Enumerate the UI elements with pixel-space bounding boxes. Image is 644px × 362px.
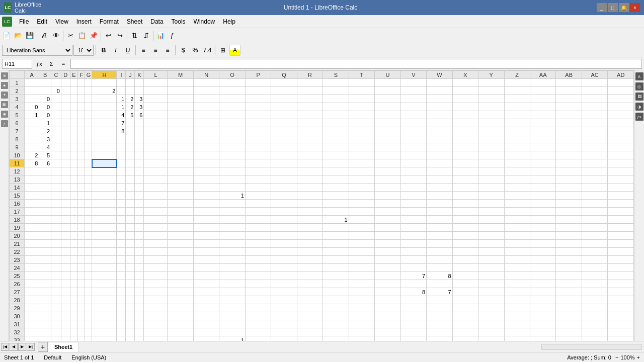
cell-AD22[interactable] xyxy=(608,248,634,256)
font-name-selector[interactable]: Liberation Sans xyxy=(2,45,72,56)
cell-I27[interactable] xyxy=(117,288,126,296)
cell-T17[interactable] xyxy=(349,208,374,216)
cell-O3[interactable] xyxy=(219,95,245,103)
cell-L11[interactable] xyxy=(144,159,168,167)
cell-R24[interactable] xyxy=(297,264,323,272)
cell-AD1[interactable] xyxy=(608,79,634,87)
row-header-31[interactable]: 31 xyxy=(10,320,25,328)
cell-M25[interactable] xyxy=(168,272,193,280)
cell-G2[interactable] xyxy=(85,87,92,95)
cell-I18[interactable] xyxy=(117,216,126,224)
cell-O6[interactable] xyxy=(219,119,245,127)
cell-E33[interactable] xyxy=(70,336,78,341)
cell-Q11[interactable] xyxy=(271,159,297,167)
cell-V33[interactable] xyxy=(400,336,426,341)
cell-Y28[interactable] xyxy=(478,296,504,304)
cell-A16[interactable] xyxy=(25,200,39,208)
cell-W17[interactable] xyxy=(427,208,452,216)
cell-O25[interactable] xyxy=(219,272,245,280)
cell-Q2[interactable] xyxy=(271,87,297,95)
cell-N29[interactable] xyxy=(193,304,219,312)
cell-V5[interactable] xyxy=(400,111,426,119)
tab-next-button[interactable]: ▶ xyxy=(18,343,26,351)
row-header-33[interactable]: 33 xyxy=(10,336,25,341)
cell-W1[interactable] xyxy=(427,79,452,87)
cell-D20[interactable] xyxy=(61,232,70,240)
cell-S16[interactable] xyxy=(323,200,349,208)
cell-AB9[interactable] xyxy=(556,143,582,151)
cell-C27[interactable] xyxy=(51,288,61,296)
cell-AD18[interactable] xyxy=(608,216,634,224)
cell-Y9[interactable] xyxy=(478,143,504,151)
cell-I22[interactable] xyxy=(117,248,126,256)
cell-Q7[interactable] xyxy=(271,127,297,135)
cell-P23[interactable] xyxy=(245,256,271,264)
cell-O22[interactable] xyxy=(219,248,245,256)
cell-N21[interactable] xyxy=(193,240,219,248)
cell-M9[interactable] xyxy=(168,143,193,151)
menu-insert[interactable]: Insert xyxy=(72,17,96,27)
cell-V28[interactable] xyxy=(400,296,426,304)
cell-M12[interactable] xyxy=(168,167,193,175)
cell-AD27[interactable] xyxy=(608,288,634,296)
cell-F29[interactable] xyxy=(78,304,85,312)
cell-M6[interactable] xyxy=(168,119,193,127)
cell-N3[interactable] xyxy=(193,95,219,103)
row-header-22[interactable]: 22 xyxy=(10,248,25,256)
cell-AD23[interactable] xyxy=(608,256,634,264)
cell-AB16[interactable] xyxy=(556,200,582,208)
cell-AA15[interactable] xyxy=(530,192,555,200)
cell-Y11[interactable] xyxy=(478,159,504,167)
menu-window[interactable]: Window xyxy=(190,17,219,27)
cell-Z30[interactable] xyxy=(504,312,530,320)
cell-X33[interactable] xyxy=(452,336,478,341)
cell-S10[interactable] xyxy=(323,151,349,159)
cell-Z14[interactable] xyxy=(504,184,530,192)
cell-A9[interactable] xyxy=(25,143,39,151)
cell-F1[interactable] xyxy=(78,79,85,87)
cell-AB19[interactable] xyxy=(556,224,582,232)
cell-H22[interactable] xyxy=(92,248,117,256)
cell-AD5[interactable] xyxy=(608,111,634,119)
row-header-19[interactable]: 19 xyxy=(10,224,25,232)
cell-AC33[interactable] xyxy=(582,336,607,341)
cell-W31[interactable] xyxy=(427,320,452,328)
cell-Z7[interactable] xyxy=(504,127,530,135)
cell-AC11[interactable] xyxy=(582,159,607,167)
cell-D22[interactable] xyxy=(61,248,70,256)
cell-X1[interactable] xyxy=(452,79,478,87)
font-size-selector[interactable]: 10 pt xyxy=(73,45,94,56)
cell-I1[interactable] xyxy=(117,79,126,87)
cell-P6[interactable] xyxy=(245,119,271,127)
cell-I17[interactable] xyxy=(117,208,126,216)
cell-U17[interactable] xyxy=(375,208,400,216)
cell-AB13[interactable] xyxy=(556,175,582,184)
cell-T32[interactable] xyxy=(349,328,374,336)
cell-AA31[interactable] xyxy=(530,320,555,328)
cell-Q31[interactable] xyxy=(271,320,297,328)
cell-M21[interactable] xyxy=(168,240,193,248)
cell-K32[interactable] xyxy=(135,328,144,336)
cell-Z32[interactable] xyxy=(504,328,530,336)
cell-F26[interactable] xyxy=(78,280,85,288)
cell-I16[interactable] xyxy=(117,200,126,208)
cell-P28[interactable] xyxy=(245,296,271,304)
cell-Y14[interactable] xyxy=(478,184,504,192)
menu-tools[interactable]: Tools xyxy=(168,17,190,27)
col-header-J[interactable]: J xyxy=(126,71,135,79)
styles-icon[interactable]: A xyxy=(635,72,643,80)
cell-AA8[interactable] xyxy=(530,135,555,143)
cell-D27[interactable] xyxy=(61,288,70,296)
cell-U26[interactable] xyxy=(375,280,400,288)
cell-J2[interactable] xyxy=(126,87,135,95)
cell-D14[interactable] xyxy=(61,184,70,192)
cell-V7[interactable] xyxy=(400,127,426,135)
cell-U8[interactable] xyxy=(375,135,400,143)
cell-W26[interactable] xyxy=(427,280,452,288)
cell-R11[interactable] xyxy=(297,159,323,167)
cell-J15[interactable] xyxy=(126,192,135,200)
cell-Q28[interactable] xyxy=(271,296,297,304)
print-button[interactable]: 🖨 xyxy=(39,30,50,41)
cell-W15[interactable] xyxy=(427,192,452,200)
cell-R14[interactable] xyxy=(297,184,323,192)
